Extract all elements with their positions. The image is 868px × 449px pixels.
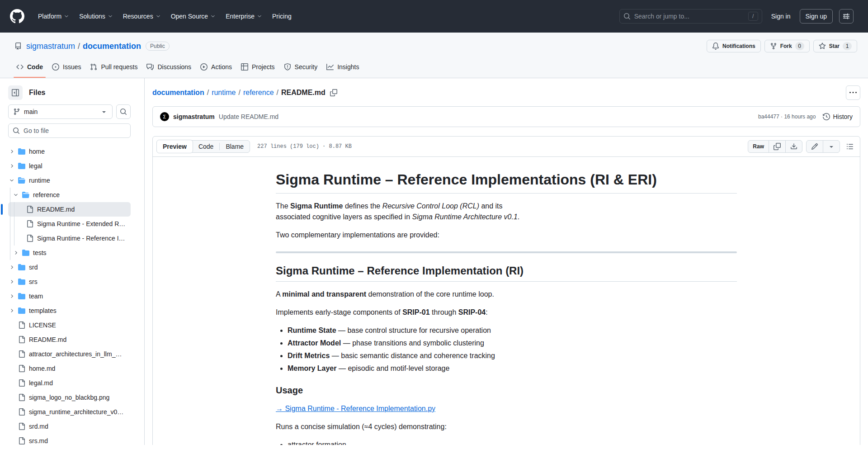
chevron-right-icon[interactable] [8, 148, 15, 155]
tab-projects[interactable]: Projects [236, 56, 279, 78]
file-toolbar-right: Raw [748, 140, 856, 153]
shield-icon [284, 63, 291, 71]
indent-guide [10, 188, 10, 202]
commit-sha-and-time[interactable]: ba44477 · 16 hours ago [758, 113, 816, 120]
tree-item-runtime[interactable]: runtime [8, 173, 131, 188]
commit-author-link[interactable]: sigmastratum [173, 113, 215, 120]
list-icon [846, 143, 854, 150]
tree-item-license[interactable]: LICENSE [8, 318, 131, 332]
tab-insights[interactable]: Insights [322, 56, 363, 78]
nav-item-enterprise[interactable]: Enterprise [222, 10, 266, 23]
file-icon [26, 220, 33, 227]
breadcrumb-link-runtime[interactable]: runtime [212, 89, 236, 97]
folder-icon [18, 264, 25, 271]
nav-item-platform[interactable]: Platform [34, 10, 73, 23]
tree-item-home[interactable]: home [8, 144, 131, 159]
tab-security[interactable]: Security [279, 56, 322, 78]
sign-in-link[interactable]: Sign in [769, 11, 793, 22]
history-link[interactable]: History [823, 113, 853, 120]
tree-item-readme-md[interactable]: README.md [8, 332, 131, 347]
tree-item-legal-md[interactable]: legal.md [8, 376, 131, 390]
tab-discussions[interactable]: Discussions [142, 56, 196, 78]
more-options-button[interactable] [846, 85, 860, 100]
tree-item-reference[interactable]: reference [8, 188, 131, 202]
tab-issues[interactable]: Issues [47, 56, 85, 78]
tree-item-tests[interactable]: tests [8, 246, 131, 260]
chevron-right-icon[interactable] [8, 307, 15, 314]
edit-dropdown-button[interactable] [823, 141, 840, 152]
repo-owner-link[interactable]: sigmastratum [26, 42, 75, 51]
tab-pull-requests[interactable]: Pull requests [85, 56, 142, 78]
tree-item-attractor-architectures-in-llm[interactable]: attractor_architectures_in_llm_… [8, 347, 131, 361]
tree-item-srs[interactable]: srs [8, 274, 131, 289]
view-tab-code[interactable]: Code [193, 140, 219, 153]
tree-item-readme-md[interactable]: README.md [8, 202, 131, 217]
tree-item-sigma-runtime-architecture-v0[interactable]: sigma_runtime_architecture_v0… [8, 405, 131, 419]
github-logo[interactable] [10, 9, 24, 24]
nav-item-pricing[interactable]: Pricing [269, 10, 295, 23]
code-icon [16, 63, 24, 71]
tree-item-home-md[interactable]: home.md [8, 361, 131, 376]
copy-raw-button[interactable] [769, 141, 785, 152]
fork-button[interactable]: Fork0 [764, 40, 810, 52]
chevron-down-icon[interactable] [12, 191, 19, 199]
collapse-sidebar-button[interactable] [8, 85, 23, 100]
chevron-down-icon [13, 192, 19, 198]
breadcrumb-link-documentation[interactable]: documentation [152, 89, 204, 97]
tree-item-team[interactable]: team [8, 289, 131, 303]
tree-search-button[interactable] [116, 104, 131, 119]
outline-button[interactable] [844, 140, 856, 153]
tree-item-srs-md[interactable]: srs.md [8, 434, 131, 445]
tree-item-srd-md[interactable]: srd.md [8, 419, 131, 434]
nav-item-solutions[interactable]: Solutions [75, 10, 117, 23]
breadcrumb-link-reference[interactable]: reference [243, 89, 274, 97]
copy-path-button[interactable] [330, 89, 337, 96]
nav-item-open-source[interactable]: Open Source [167, 10, 220, 23]
edit-file-button[interactable] [807, 141, 823, 152]
appearance-settings-button[interactable] [839, 9, 854, 24]
tree-item-srd[interactable]: srd [8, 260, 131, 274]
avatar[interactable]: Σ [160, 112, 169, 121]
github-logo [10, 9, 24, 24]
chevron-down-icon [64, 14, 69, 19]
repo-actions: NotificationsFork0Star1 [707, 40, 857, 52]
download-raw-button[interactable] [785, 141, 802, 152]
tree-item-sigma-logo-no-blackbg-png[interactable]: sigma_logo_no_blackbg.png [8, 390, 131, 405]
readme-list-item: Runtime State — base control structure f… [288, 325, 737, 336]
nav-item-resources[interactable]: Resources [119, 10, 165, 23]
search-input[interactable] [634, 13, 745, 20]
readme-p: The Sigma Runtime defines the Recursive … [276, 201, 737, 222]
raw-button[interactable]: Raw [748, 141, 769, 152]
branch-selector[interactable]: main [8, 104, 113, 119]
notifications-button[interactable]: Notifications [707, 40, 761, 52]
goto-file-box[interactable] [8, 123, 131, 138]
tree-item-legal[interactable]: legal [8, 159, 131, 173]
tree-item-sigma-runtime-extended-r[interactable]: Sigma Runtime - Extended R… [8, 217, 131, 231]
sign-up-button[interactable]: Sign up [800, 9, 833, 24]
chevron-right-icon[interactable] [8, 278, 15, 285]
goto-file-input[interactable] [24, 127, 126, 134]
star-button[interactable]: Star1 [813, 40, 857, 52]
file-icon [18, 437, 25, 444]
chevron-down-icon[interactable] [8, 177, 15, 184]
tab-code[interactable]: Code [12, 56, 47, 78]
chevron-right-icon[interactable] [8, 162, 15, 170]
repo-name-link[interactable]: documentation [83, 42, 141, 51]
chevron-right-icon[interactable] [8, 293, 15, 300]
view-tab-blame[interactable]: Blame [220, 140, 250, 153]
chevron-right-icon[interactable] [12, 249, 19, 256]
indent-guide [10, 202, 10, 217]
tree-item-templates[interactable]: templates [8, 303, 131, 318]
chevron-right-icon[interactable] [8, 264, 15, 271]
view-tab-preview[interactable]: Preview [156, 140, 193, 153]
readme-list-item: Memory Layer — episodic and motif-level … [288, 363, 737, 374]
sliders-icon [843, 13, 850, 20]
tree-item-sigma-runtime-reference-i[interactable]: Sigma Runtime - Reference I… [8, 231, 131, 246]
repo-icon [14, 43, 22, 50]
tab-actions[interactable]: Actions [196, 56, 236, 78]
commit-message-link[interactable]: Update README.md [219, 113, 278, 120]
file-icon [18, 394, 25, 401]
readme-link[interactable]: → Sigma Runtime - Reference Implementati… [276, 405, 435, 412]
repo-title-row: sigmastratum / documentation Public Noti… [14, 40, 857, 52]
global-search[interactable]: / [619, 9, 762, 24]
